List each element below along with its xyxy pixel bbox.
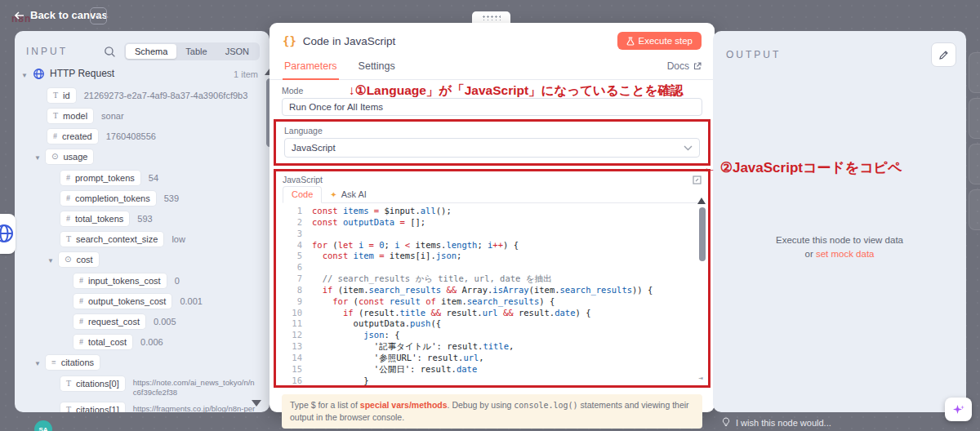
field-chip[interactable]: ≡citations xyxy=(46,355,100,370)
set-mock-data-link[interactable]: set mock data xyxy=(816,249,875,259)
chevron-down-icon[interactable]: ▼ xyxy=(34,149,46,165)
edge-pill xyxy=(969,98,980,139)
code-line[interactable]: 10 if (result.title && result.url && res… xyxy=(283,308,702,319)
code-line[interactable]: 11 outputData.push({ xyxy=(283,318,702,330)
code-line[interactable]: 4for (let i = 0; i < items.length; i++) … xyxy=(283,240,702,251)
avatar[interactable]: SA xyxy=(34,420,52,431)
hint-text: . Debug by using xyxy=(448,400,514,410)
field-chip[interactable]: ⊙cost xyxy=(59,252,99,267)
edge-pill xyxy=(969,189,980,230)
schema-row-model[interactable]: Tmodelsonar xyxy=(15,109,258,123)
schema-row-output-tokens-cost[interactable]: #output_tokens_cost0.001 xyxy=(15,294,258,309)
field-chip[interactable]: ⊙usage xyxy=(46,149,93,164)
field-chip[interactable]: #total_tokens xyxy=(60,211,129,226)
mode-select[interactable]: Run Once for All Items xyxy=(282,98,702,116)
tab-code[interactable]: Code xyxy=(283,186,322,203)
schema-row-id[interactable]: Tid21269273-e2a7-4af9-8a37-4a3906fcf9b3 xyxy=(15,88,258,103)
schema-view-switch: SchemaTableJSON xyxy=(124,42,260,60)
code-line[interactable]: 14 '参照URL': result.url, xyxy=(283,353,702,364)
schema-row-completion-tokens[interactable]: #completion_tokens539 xyxy=(15,191,258,206)
tab-ask-ai[interactable]: ✦Ask AI xyxy=(322,187,375,202)
type-icon: T xyxy=(66,377,71,390)
code-line[interactable]: 12 json: { xyxy=(283,330,702,341)
field-chip[interactable]: Tmodel xyxy=(47,109,93,123)
code-scroll-up-arrow[interactable] xyxy=(697,198,706,204)
zoom-in-button[interactable]: + xyxy=(90,7,107,24)
line-number: 12 xyxy=(283,330,302,341)
line-number: 9 xyxy=(283,296,302,308)
output-panel-title: OUTPUT xyxy=(726,49,781,60)
field-name: search_context_size xyxy=(76,233,158,246)
code-line[interactable]: 16 } xyxy=(283,375,702,387)
field-chip[interactable]: #created xyxy=(47,129,98,144)
field-name: input_tokens_cost xyxy=(88,274,161,287)
code-editor[interactable]: 1const items = $input.all();2const outpu… xyxy=(283,206,702,388)
schema-row-citations-0-[interactable]: Tcitations[0]https://note.com/ai_news_to… xyxy=(15,376,258,397)
chevron-down-icon[interactable]: ▼ xyxy=(47,252,59,268)
edit-output-button[interactable] xyxy=(931,42,956,67)
modal-drag-handle[interactable] xyxy=(472,11,510,24)
field-name: completion_tokens xyxy=(75,192,150,205)
schema-row-request-cost[interactable]: #request_cost0.005 xyxy=(15,314,258,329)
field-chip[interactable]: #completion_tokens xyxy=(60,191,156,206)
schema-row-search-context-size[interactable]: Tsearch_context_sizelow xyxy=(15,232,258,247)
chevron-down-icon[interactable]: ▼ xyxy=(21,67,33,82)
schema-row-citations[interactable]: ▼≡citations xyxy=(15,355,258,371)
schema-row-total-tokens[interactable]: #total_tokens593 xyxy=(15,211,258,226)
code-line[interactable]: 9 for (const result of item.search_resul… xyxy=(283,296,702,308)
schema-row-total-cost[interactable]: #total_cost0.006 xyxy=(15,335,258,349)
ai-assistant-button[interactable] xyxy=(945,398,972,421)
schema-row-cost[interactable]: ▼⊙cost xyxy=(15,252,258,268)
field-chip[interactable]: #input_tokens_cost xyxy=(74,273,167,288)
code-line[interactable]: 5 const item = items[i].json; xyxy=(283,251,702,262)
execute-step-button[interactable]: Execute step xyxy=(617,32,702,50)
search-icon[interactable] xyxy=(104,46,116,58)
field-chip[interactable]: #total_cost xyxy=(74,335,132,349)
tab-settings[interactable]: Settings xyxy=(357,60,397,79)
type-icon: ≡ xyxy=(51,356,56,369)
input-node-tab[interactable] xyxy=(0,214,16,254)
expand-editor-icon[interactable] xyxy=(693,176,702,184)
field-chip[interactable]: Tcitations[1] xyxy=(60,402,125,412)
line-number: 3 xyxy=(283,229,302,240)
schema-row-input-tokens-cost[interactable]: #input_tokens_cost0 xyxy=(15,273,258,288)
scroll-down-arrow[interactable] xyxy=(252,400,261,407)
schema-row-created[interactable]: #created1760408556 xyxy=(15,129,258,144)
code-text xyxy=(312,229,317,240)
code-line[interactable]: 15 '公開日': result.date xyxy=(283,364,702,375)
wish-node-prompt[interactable]: I wish this node would... xyxy=(722,417,831,428)
code-line[interactable]: 8 if (item.search_results && Array.isArr… xyxy=(283,285,702,296)
code-line[interactable]: 2const outputData = []; xyxy=(283,217,702,229)
type-icon: # xyxy=(66,212,70,225)
field-name: citations xyxy=(61,356,94,369)
code-highlight-box: JavaScript Code ✦Ask AI 1const items = $… xyxy=(274,169,710,388)
item-count: 1 item xyxy=(234,67,258,81)
field-chip[interactable]: #request_cost xyxy=(74,314,145,329)
field-chip[interactable]: Tsearch_context_size xyxy=(60,232,163,247)
special-vars-link[interactable]: special vars/methods xyxy=(360,400,448,410)
code-scrollbar-thumb[interactable] xyxy=(699,207,706,261)
type-icon: T xyxy=(66,403,71,412)
code-line[interactable]: 3 xyxy=(283,229,702,240)
code-line[interactable]: 13 '記事タイトル': result.title, xyxy=(283,341,702,353)
field-chip[interactable]: #output_tokens_cost xyxy=(74,294,172,309)
view-tab-schema[interactable]: Schema xyxy=(126,44,176,59)
code-line[interactable]: 6 xyxy=(283,262,702,273)
view-tab-table[interactable]: Table xyxy=(176,44,216,59)
docs-link[interactable]: Docs xyxy=(667,60,702,79)
chevron-down-icon[interactable]: ▼ xyxy=(34,355,46,371)
view-tab-json[interactable]: JSON xyxy=(216,44,258,59)
schema-row-citations-1-[interactable]: Tcitations[1]https://fragments.co.jp/blo… xyxy=(15,402,258,412)
language-select[interactable]: JavaScript xyxy=(284,138,700,158)
schema-row-usage[interactable]: ▼⊙usage xyxy=(15,149,258,165)
schema-row-HTTP Request[interactable]: ▼HTTP Request1 item xyxy=(15,67,258,82)
type-icon: T xyxy=(53,109,58,122)
field-chip[interactable]: Tid xyxy=(47,88,76,103)
output-empty-prefix: or xyxy=(804,249,815,259)
field-chip[interactable]: #prompt_tokens xyxy=(60,171,140,185)
field-chip[interactable]: Tcitations[0] xyxy=(60,376,125,391)
tab-parameters[interactable]: Parameters xyxy=(283,60,339,79)
code-line[interactable]: 7 // search_results から title, url, date … xyxy=(283,273,702,285)
schema-row-prompt-tokens[interactable]: #prompt_tokens54 xyxy=(15,171,258,185)
code-line[interactable]: 1const items = $input.all(); xyxy=(283,206,702,217)
